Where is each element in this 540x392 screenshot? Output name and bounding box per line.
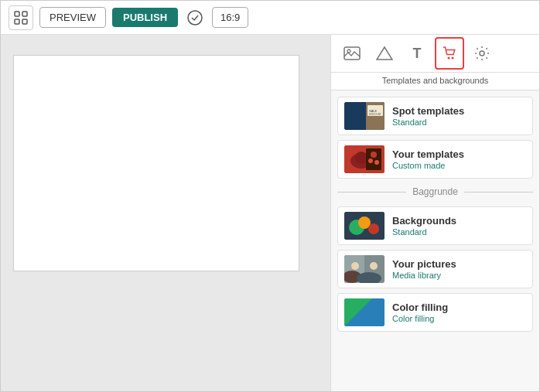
backgrounds-text: Backgrounds Standard [392,215,456,237]
canvas-white [13,55,299,271]
spot-templates-text: Spot templates Standard [392,105,464,127]
your-pictures-title: Your pictures [392,258,456,270]
svg-point-21 [368,159,373,163]
publish-button[interactable]: PUBLISH [112,8,178,27]
your-templates-title: Your templates [392,148,464,160]
svg-point-29 [351,262,359,270]
icon-toolbar: T [331,35,539,73]
spot-templates-title: Spot templates [392,105,464,117]
main-content: T Templates and backgrounds [1,35,539,392]
svg-rect-0 [15,12,19,16]
svg-rect-3 [22,19,27,24]
svg-point-9 [452,57,454,60]
backgrounds-subtitle: Standard [392,227,456,237]
color-filling-title: Color filling [392,302,448,313]
your-pictures-subtitle: Media library [392,271,456,280]
shape-icon-button[interactable] [368,35,401,72]
preview-button[interactable]: PREVIEW [39,7,106,28]
your-templates-thumb [344,145,384,173]
svg-point-10 [480,51,484,56]
gear-icon-button[interactable] [466,35,498,72]
text-icon-button[interactable]: T [401,35,433,72]
svg-rect-1 [22,12,27,16]
your-pictures-item[interactable]: Your pictures Media library [337,250,533,288]
panel-label: Templates and backgrounds [331,73,539,90]
svg-marker-7 [377,47,392,60]
svg-point-32 [370,262,378,270]
backgrounds-thumb [344,212,384,240]
svg-point-18 [355,152,367,164]
spot-templates-subtitle: Standard [392,118,464,127]
color-filling-text: Color filling Color filling [392,302,448,323]
section-divider: Baggrunde [337,186,533,197]
your-templates-item[interactable]: Your templates Custom made [337,140,533,179]
your-templates-subtitle: Custom made [392,161,464,170]
svg-point-22 [374,160,379,165]
color-filling-subtitle: Color filling [392,314,448,323]
canvas-area [1,35,330,392]
ratio-button[interactable]: 16:9 [212,7,248,28]
svg-rect-5 [344,47,360,60]
check-icon [184,7,206,29]
cart-icon-button[interactable] [435,37,464,70]
your-pictures-thumb [344,255,384,283]
image-icon-button[interactable] [336,35,368,72]
right-panel: T Templates and backgrounds [330,35,539,392]
color-filling-thumb [344,298,384,326]
backgrounds-title: Backgrounds [392,215,456,227]
svg-point-6 [347,49,350,53]
svg-text:DISCOUNT: DISCOUNT [369,113,381,116]
svg-point-20 [371,152,377,158]
grid-icon-button[interactable] [9,5,33,30]
your-templates-text: Your templates Custom made [392,148,464,170]
spot-templates-thumb: SALE DISCOUNT [344,102,384,130]
your-pictures-text: Your pictures Media library [392,258,456,280]
svg-point-4 [188,11,202,25]
svg-point-8 [448,57,450,60]
svg-rect-2 [15,19,19,24]
backgrounds-item[interactable]: Backgrounds Standard [337,206,533,245]
svg-point-26 [368,223,379,234]
items-list: SALE DISCOUNT Spot templates Standard [331,90,539,392]
spot-templates-item[interactable]: SALE DISCOUNT Spot templates Standard [337,97,533,135]
top-toolbar: PREVIEW PUBLISH 16:9 [1,1,539,35]
color-filling-item[interactable]: Color filling Color filling [337,293,533,332]
